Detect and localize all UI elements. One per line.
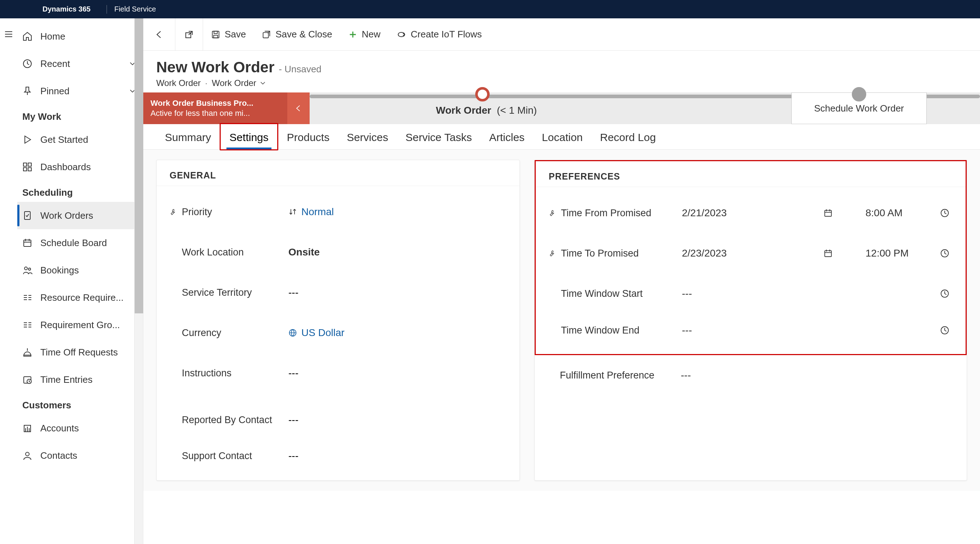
clock-icon[interactable] [940, 249, 950, 258]
time-from-date[interactable]: 2/21/2023 [682, 207, 819, 219]
work-location-field[interactable]: Work Location Onsite [157, 232, 520, 272]
tw-end-label: Time Window End [561, 325, 640, 336]
create-iot-flows-button[interactable]: Create IoT Flows [388, 18, 490, 50]
sidebar-item-accounts[interactable]: Accounts [17, 414, 143, 442]
sidebar-item-resource-require-[interactable]: Resource Require... [17, 284, 143, 311]
requirement-icon [22, 292, 32, 303]
clock-icon[interactable] [940, 326, 950, 335]
time-window-end-field[interactable]: Time Window End --- [536, 314, 966, 354]
dashboard-icon [22, 162, 32, 172]
support-contact-field[interactable]: Support Contact --- [157, 440, 520, 480]
popout-button[interactable] [175, 18, 203, 50]
instructions-label: Instructions [182, 368, 232, 379]
sidebar-item-schedule-board[interactable]: Schedule Board [17, 229, 143, 257]
sidebar-item-label: Pinned [40, 86, 70, 97]
form-selector[interactable]: Work Order [212, 78, 266, 88]
tab-service-tasks[interactable]: Service Tasks [397, 124, 480, 149]
clock-icon[interactable] [940, 289, 950, 298]
requirement-icon [22, 320, 32, 330]
instructions-field[interactable]: Instructions --- [157, 353, 520, 393]
save-button[interactable]: Save [203, 18, 254, 50]
clock-icon[interactable] [940, 208, 950, 218]
sidebar: HomeRecentPinnedMy WorkGet StartedDashbo… [0, 18, 143, 544]
form-tabs: SummarySettingsProductsServicesService T… [143, 124, 980, 150]
tab-services[interactable]: Services [338, 124, 397, 149]
sidebar-item-get-started[interactable]: Get Started [17, 126, 143, 153]
globe-icon [288, 328, 297, 337]
clock-icon [22, 59, 32, 69]
service-territory-field[interactable]: Service Territory --- [157, 272, 520, 312]
wrench-icon [549, 209, 557, 217]
brand-label[interactable]: Dynamics 365 [43, 5, 91, 13]
sidebar-item-contacts[interactable]: Contacts [17, 442, 143, 469]
fulfillment-preference-field[interactable]: Fulfillment Preference --- [535, 355, 967, 395]
timeentry-icon [22, 374, 32, 385]
sidebar-item-dashboards[interactable]: Dashboards [17, 153, 143, 181]
time-to-promised-field[interactable]: Time To Promised 2/23/2023 12:00 PM [536, 233, 966, 273]
service-territory-label: Service Territory [182, 287, 252, 298]
time-to-time[interactable]: 12:00 PM [837, 247, 937, 259]
general-panel: GENERAL Priority Normal Work Location On… [156, 160, 520, 481]
sidebar-item-time-entries[interactable]: Time Entries [17, 366, 143, 393]
back-button[interactable] [143, 18, 175, 50]
form-name: Work Order [212, 78, 256, 88]
sidebar-item-label: Requirement Gro... [40, 319, 120, 331]
tab-summary[interactable]: Summary [156, 124, 220, 149]
tab-articles[interactable]: Articles [480, 124, 533, 149]
tw-end-value[interactable]: --- [682, 325, 819, 336]
reported-by-field[interactable]: Reported By Contact --- [157, 400, 520, 440]
preferences-highlight: PREFERENCES Time From Promised 2/21/2023… [535, 160, 967, 355]
sidebar-item-pinned[interactable]: Pinned [17, 77, 143, 105]
priority-field[interactable]: Priority Normal [157, 192, 520, 232]
sidebar-item-requirement-gro-[interactable]: Requirement Gro... [17, 311, 143, 339]
tab-products[interactable]: Products [278, 124, 338, 149]
record-title: New Work Order [156, 59, 274, 76]
save-close-label: Save & Close [275, 29, 332, 40]
time-to-date[interactable]: 2/23/2023 [682, 247, 819, 259]
tw-start-value[interactable]: --- [682, 288, 819, 299]
sidebar-item-work-orders[interactable]: Work Orders [17, 202, 143, 229]
tab-location[interactable]: Location [533, 124, 591, 149]
new-label: New [362, 29, 380, 40]
tab-settings[interactable]: Settings [220, 123, 278, 151]
sidebar-item-label: Schedule Board [40, 238, 107, 249]
currency-field[interactable]: Currency US Dollar [157, 312, 520, 353]
sidebar-item-label: Get Started [40, 134, 88, 145]
home-icon [22, 31, 32, 41]
reported-by-value: --- [288, 414, 299, 426]
fulfillment-value[interactable]: --- [681, 370, 818, 381]
timeoff-icon [22, 347, 32, 357]
currency-value: US Dollar [301, 327, 345, 339]
general-title: GENERAL [157, 160, 520, 186]
sidebar-scrollbar[interactable] [134, 18, 143, 544]
sort-icon [288, 208, 297, 216]
bpf-status: Active for less than one mi... [151, 109, 280, 118]
wrench-icon [549, 249, 557, 257]
app-label[interactable]: Field Service [114, 5, 156, 13]
new-button[interactable]: New [340, 18, 388, 50]
reported-by-label: Reported By Contact [182, 414, 272, 426]
bpf-name: Work Order Business Pro... [151, 98, 280, 108]
sidebar-item-label: Home [40, 31, 65, 42]
service-territory-value: --- [288, 287, 299, 298]
calendar-icon[interactable] [823, 249, 833, 258]
account-icon [22, 423, 32, 433]
time-window-start-field[interactable]: Time Window Start --- [536, 273, 966, 314]
fulfillment-label: Fulfillment Preference [560, 370, 654, 381]
app-header: Dynamics 365 Field Service [0, 0, 980, 18]
tab-record-log[interactable]: Record Log [592, 124, 665, 149]
work-location-label: Work Location [182, 247, 244, 258]
sidebar-item-time-off-requests[interactable]: Time Off Requests [17, 339, 143, 366]
calendar-icon[interactable] [823, 208, 833, 218]
sidebar-item-bookings[interactable]: Bookings [17, 257, 143, 284]
time-from-promised-field[interactable]: Time From Promised 2/21/2023 8:00 AM [536, 193, 966, 233]
bpf-stage-work-order[interactable] [475, 88, 490, 103]
hamburger-icon[interactable] [3, 29, 14, 39]
bpf-collapse-button[interactable] [287, 92, 310, 124]
save-close-button[interactable]: Save & Close [254, 18, 340, 50]
sidebar-item-recent[interactable]: Recent [17, 50, 143, 77]
record-status: - Unsaved [278, 64, 321, 75]
sidebar-item-home[interactable]: Home [17, 23, 143, 50]
bpf-name-cell[interactable]: Work Order Business Pro... Active for le… [143, 92, 287, 124]
time-from-time[interactable]: 8:00 AM [837, 207, 937, 219]
